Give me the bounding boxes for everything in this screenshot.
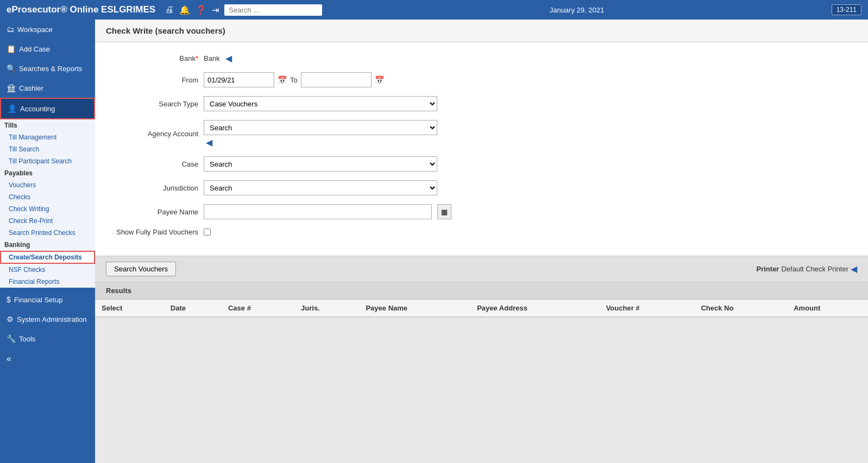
- col-jurisdiction: Juris.: [294, 300, 359, 317]
- payee-name-icon-button[interactable]: ▦: [437, 204, 451, 219]
- submenu-nsf-checks[interactable]: NSF Checks: [0, 264, 95, 276]
- sidebar-item-searches-reports[interactable]: 🔍 Searches & Reports: [0, 59, 95, 78]
- tools-icon: 🔧: [7, 334, 16, 343]
- main-layout: 🗂 Workspace 📋 Add Case 🔍 Searches & Repo…: [0, 20, 868, 463]
- case-row: Case Search: [111, 156, 852, 172]
- to-label: To: [290, 76, 298, 84]
- date-range: 📅 To 📅: [204, 72, 384, 87]
- col-select: Select: [95, 300, 164, 317]
- col-voucher-number: Voucher #: [600, 300, 695, 317]
- print-icon[interactable]: 🖨: [165, 5, 174, 15]
- col-payee-address: Payee Address: [470, 300, 600, 317]
- sidebar-item-workspace[interactable]: 🗂 Workspace: [0, 20, 95, 39]
- results-header: Results: [95, 282, 868, 300]
- from-calendar-icon[interactable]: 📅: [278, 75, 287, 84]
- financial-setup-icon: $: [7, 295, 11, 304]
- sidebar-item-label: Tools: [19, 335, 35, 343]
- sidebar-item-accounting[interactable]: 👤 Accounting: [0, 98, 95, 119]
- sidebar-item-label: Accounting: [20, 105, 55, 113]
- search-vouchers-button[interactable]: Search Vouchers: [106, 262, 176, 276]
- tills-section-label: Tills: [0, 119, 95, 131]
- accounting-icon: 👤: [8, 104, 17, 113]
- payee-name-input[interactable]: [204, 204, 432, 219]
- date-row: From 📅 To 📅: [111, 72, 852, 87]
- submenu-create-search-deposits[interactable]: Create/Search Deposits: [0, 251, 95, 264]
- submenu-search-printed-checks[interactable]: Search Printed Checks: [0, 227, 95, 239]
- global-search-input[interactable]: [224, 4, 322, 16]
- case-badge: 13-211: [832, 4, 861, 15]
- sidebar-item-add-case[interactable]: 📋 Add Case: [0, 39, 95, 59]
- agency-account-row: Agency Account Search ◀: [111, 120, 852, 148]
- printer-value: Default Check Printer: [781, 265, 848, 273]
- help-icon[interactable]: ❓: [196, 5, 206, 15]
- from-date-input[interactable]: [204, 72, 274, 87]
- case-select[interactable]: Search: [204, 156, 437, 172]
- submenu-till-participant-search[interactable]: Till Participant Search: [0, 155, 95, 167]
- search-type-select[interactable]: Case Vouchers All Vouchers: [204, 96, 437, 111]
- searches-icon: 🔍: [7, 64, 16, 73]
- header-icons: 🖨 🔔 ❓ ⇥: [165, 5, 219, 15]
- payables-section-label: Payables: [0, 167, 95, 179]
- submenu-checks[interactable]: Checks: [0, 191, 95, 203]
- accounting-submenu: Tills Till Management Till Search Till P…: [0, 119, 95, 288]
- bell-icon[interactable]: 🔔: [179, 5, 190, 15]
- agency-account-select[interactable]: Search: [204, 120, 437, 135]
- search-type-label: Search Type: [111, 100, 198, 108]
- submenu-till-management[interactable]: Till Management: [0, 131, 95, 143]
- jurisdiction-select[interactable]: Search: [204, 180, 437, 195]
- show-paid-checkbox-row: [204, 229, 211, 236]
- logout-icon[interactable]: ⇥: [212, 5, 219, 15]
- submenu-financial-reports[interactable]: Financial Reports: [0, 276, 95, 288]
- sidebar-item-tools[interactable]: 🔧 Tools: [0, 329, 95, 348]
- cashier-icon: 🏦: [7, 84, 16, 92]
- system-admin-icon: ⚙: [7, 315, 14, 324]
- results-area: Results Select Date Case # Juris. Payee …: [95, 282, 868, 318]
- col-payee-name: Payee Name: [359, 300, 470, 317]
- case-label: Case: [111, 160, 198, 168]
- to-date-input[interactable]: [301, 72, 372, 87]
- bank-back-arrow[interactable]: ◀: [225, 53, 232, 64]
- banking-section-label: Banking: [0, 239, 95, 251]
- sidebar-item-system-admin[interactable]: ⚙ System Administration: [0, 309, 95, 329]
- printer-label: Printer: [757, 265, 779, 273]
- search-type-row: Search Type Case Vouchers All Vouchers: [111, 96, 852, 111]
- submenu-till-search[interactable]: Till Search: [0, 143, 95, 155]
- header-date: January 29, 2021: [328, 6, 826, 14]
- submenu-vouchers[interactable]: Vouchers: [0, 179, 95, 191]
- sidebar: 🗂 Workspace 📋 Add Case 🔍 Searches & Repo…: [0, 20, 95, 463]
- sidebar-item-financial-setup[interactable]: $ Financial Setup: [0, 290, 95, 309]
- add-case-icon: 📋: [7, 45, 16, 53]
- show-paid-checkbox[interactable]: [204, 229, 211, 236]
- agency-account-label: Agency Account: [111, 130, 198, 138]
- to-calendar-icon[interactable]: 📅: [375, 75, 384, 84]
- show-paid-row: Show Fully Paid Vouchers: [111, 228, 852, 236]
- top-header: eProsecutor® Online ESLGRIMES 🖨 🔔 ❓ ⇥ Ja…: [0, 0, 868, 20]
- col-date: Date: [164, 300, 222, 317]
- page-title: Check Write (search vouchers): [95, 20, 868, 42]
- submenu-check-reprint[interactable]: Check Re-Print: [0, 215, 95, 227]
- action-bar: Search Vouchers Printer Default Check Pr…: [95, 256, 868, 282]
- jurisdiction-row: Jurisdiction Search: [111, 180, 852, 195]
- results-table: Select Date Case # Juris. Payee Name Pay…: [95, 300, 868, 318]
- sidebar-item-label: System Administration: [17, 315, 87, 324]
- sidebar-item-label: Financial Setup: [14, 296, 63, 304]
- col-case-number: Case #: [222, 300, 294, 317]
- sidebar-item-label: Add Case: [19, 45, 50, 53]
- printer-info: Printer Default Check Printer ◀: [757, 264, 857, 274]
- sidebar-item-cashier[interactable]: 🏦 Cashier: [0, 78, 95, 98]
- bank-row: Bank* Bank ◀: [111, 53, 852, 64]
- sidebar-item-label: Searches & Reports: [19, 65, 82, 73]
- app-title: eProsecutor® Online ESLGRIMES: [7, 4, 155, 15]
- printer-back-arrow[interactable]: ◀: [851, 264, 857, 274]
- main-content: Check Write (search vouchers) Bank* Bank…: [95, 20, 868, 463]
- agency-account-back-arrow[interactable]: ◀: [206, 137, 437, 148]
- submenu-check-writing[interactable]: Check Writing: [0, 203, 95, 215]
- workspace-icon: 🗂: [7, 25, 14, 34]
- col-amount: Amount: [787, 300, 868, 317]
- bank-label: Bank*: [111, 54, 198, 62]
- sidebar-item-label: Workspace: [17, 26, 53, 34]
- bank-value: Bank: [204, 54, 220, 62]
- from-label: From: [111, 76, 198, 84]
- sidebar-collapse-button[interactable]: «: [0, 348, 95, 369]
- form-area: Bank* Bank ◀ From 📅 To 📅 Search Type: [95, 42, 868, 256]
